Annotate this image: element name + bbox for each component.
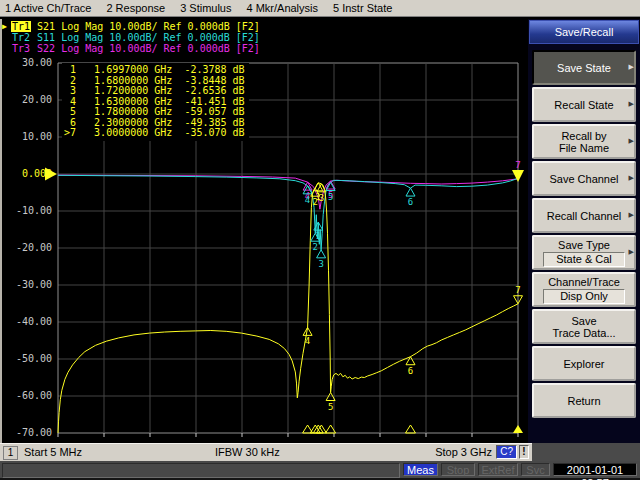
softkey-save-state[interactable]: Save State▶ bbox=[532, 50, 636, 85]
marker-6-tr2-s11-icon: 6 bbox=[406, 188, 415, 207]
warning-badge: ! bbox=[519, 445, 529, 459]
softkey-label: Recall by File Name bbox=[559, 130, 609, 154]
svg-text:4: 4 bbox=[305, 195, 310, 205]
clock-display: 2001-01-01 02:57 bbox=[553, 463, 637, 476]
stop-frequency-label: Stop 3 GHz bbox=[435, 446, 492, 458]
meas-indicator: Meas bbox=[403, 463, 438, 476]
softkey-panel: Save/Recall Save State▶Recall State▶Reca… bbox=[528, 19, 640, 443]
trace-format-label: S22 Log Mag 10.00dB/ Ref 0.000dB [F2] bbox=[31, 43, 260, 54]
extref-indicator: ExtRef bbox=[478, 463, 518, 476]
trace-definition-rows: ▶Tr1 S21 Log Mag 10.00dB/ Ref 0.000dB [F… bbox=[2, 21, 260, 54]
trace-format-label: S21 Log Mag 10.00dB/ Ref 0.000dB [F2] bbox=[31, 21, 260, 32]
softkey-save-type[interactable]: Save TypeState & Cal▶ bbox=[532, 235, 636, 270]
svg-text:6: 6 bbox=[408, 366, 413, 376]
softkey-label: Explorer bbox=[564, 358, 605, 370]
system-message-field bbox=[2, 463, 400, 478]
softkey-label: Save State bbox=[557, 62, 611, 74]
trace-def-tr1[interactable]: ▶Tr1 S21 Log Mag 10.00dB/ Ref 0.000dB [F… bbox=[2, 21, 260, 32]
softkey-label: Recall State bbox=[554, 99, 613, 111]
softkey-label: Save Channel bbox=[549, 173, 618, 185]
y-axis-label: 10.00 bbox=[0, 131, 52, 142]
softkey-button-list: Save State▶Recall State▶Recall by File N… bbox=[528, 48, 640, 420]
svg-text:3: 3 bbox=[319, 193, 324, 203]
softkey-label: Recall Channel bbox=[547, 210, 622, 222]
svg-text:2: 2 bbox=[313, 197, 318, 207]
y-axis-label: 30.00 bbox=[0, 57, 52, 68]
trace-format-label: S11 Log Mag 10.00dB/ Ref 0.000dB [F2] bbox=[31, 32, 260, 43]
stop-indicator: Stop bbox=[441, 463, 475, 476]
softkey-value-box: State & Cal bbox=[543, 252, 625, 267]
softkey-label: Return bbox=[567, 395, 600, 407]
lcd-display: 4571234561234567 ▶Tr1 S21 Log Mag 10.00d… bbox=[0, 19, 528, 443]
menu-item-3-stimulus[interactable]: 3 Stimulus bbox=[180, 2, 231, 14]
marker-table: 1 1.6997000 GHz -2.3788 dB 2 1.6800000 G… bbox=[62, 63, 249, 141]
trace-def-tr3[interactable]: Tr3 S22 Log Mag 10.00dB/ Ref 0.000dB [F2… bbox=[2, 43, 260, 54]
softkey-label: Save Trace Data... bbox=[552, 315, 615, 339]
axis-marker-icon bbox=[405, 425, 415, 433]
submenu-arrow-icon: ▶ bbox=[629, 61, 634, 73]
menu-item-4-mkr-analysis[interactable]: 4 Mkr/Analysis bbox=[246, 2, 318, 14]
svg-text:3: 3 bbox=[318, 259, 323, 269]
y-axis-label: -20.00 bbox=[0, 242, 52, 253]
svg-text:7: 7 bbox=[515, 160, 520, 170]
svc-indicator: Svc bbox=[521, 463, 550, 476]
y-axis-label: 0.000 bbox=[0, 168, 52, 179]
active-trace-arrow-icon: ▶ bbox=[2, 21, 11, 32]
svg-text:2: 2 bbox=[313, 242, 318, 252]
svg-text:5: 5 bbox=[328, 192, 333, 202]
trace-id-label: Tr2 bbox=[11, 32, 31, 43]
y-axis-label: -40.00 bbox=[0, 316, 52, 327]
submenu-arrow-icon: ▶ bbox=[629, 172, 634, 184]
submenu-arrow-icon: ▶ bbox=[629, 135, 634, 147]
submenu-arrow-icon: ▶ bbox=[629, 209, 634, 221]
y-axis-label: -10.00 bbox=[0, 205, 52, 216]
menu-item-1-active-ch-trace[interactable]: 1 Active Ch/Trace bbox=[5, 2, 91, 14]
ifbw-label: IFBW 30 kHz bbox=[215, 446, 280, 458]
y-axis-label: -60.00 bbox=[0, 390, 52, 401]
trace-id-label: Tr3 bbox=[11, 43, 31, 54]
svg-text:7: 7 bbox=[515, 285, 520, 295]
softkey-recall-state[interactable]: Recall State▶ bbox=[532, 87, 636, 122]
marker-table-row: 1 1.6997000 GHz -2.3788 dB bbox=[64, 65, 245, 76]
menu-item-2-response[interactable]: 2 Response bbox=[106, 2, 165, 14]
system-status-bar: Meas Stop ExtRef Svc 2001-01-01 02:57 bbox=[0, 461, 640, 480]
softkey-value-box: Disp Only bbox=[543, 289, 625, 304]
softkey-label: Save Type bbox=[558, 239, 610, 251]
softkey-save-channel[interactable]: Save Channel▶ bbox=[532, 161, 636, 196]
softkey-menu-title: Save/Recall bbox=[529, 20, 639, 44]
marker-table-row: 5 1.7800000 GHz -59.057 dB bbox=[64, 107, 245, 118]
y-axis-label: -70.00 bbox=[0, 427, 52, 438]
status-bar-right-filler bbox=[532, 443, 640, 461]
y-axis-labels: 30.0020.0010.000.000-10.00-20.00-30.00-4… bbox=[0, 19, 56, 443]
softkey-return[interactable]: Return bbox=[532, 383, 636, 418]
start-frequency-label: Start 5 MHz bbox=[24, 446, 82, 458]
svg-text:6: 6 bbox=[408, 197, 413, 207]
channel-number-badge: 1 bbox=[3, 446, 18, 460]
marker-table-row: 3 1.7200000 GHz -2.6536 dB bbox=[64, 86, 245, 97]
softkey-save-trace-data[interactable]: Save Trace Data... bbox=[532, 309, 636, 344]
vna-screen: 1 Active Ch/Trace2 Response3 Stimulus4 M… bbox=[0, 0, 640, 480]
submenu-arrow-icon: ▶ bbox=[629, 98, 634, 110]
menu-bar: 1 Active Ch/Trace2 Response3 Stimulus4 M… bbox=[0, 0, 640, 17]
status-bar: 1 Start 5 MHz IFBW 30 kHz Stop 3 GHz C? … bbox=[0, 443, 532, 461]
svg-text:4: 4 bbox=[305, 336, 310, 346]
marker-6-tr1-s21-icon: 6 bbox=[406, 357, 415, 376]
trace-id-label: Tr1 bbox=[11, 21, 31, 32]
softkey-recall-channel[interactable]: Recall Channel▶ bbox=[532, 198, 636, 233]
menu-item-5-instr-state[interactable]: 5 Instr State bbox=[333, 2, 392, 14]
y-axis-label: -50.00 bbox=[0, 353, 52, 364]
cal-status-badge: C? bbox=[496, 445, 517, 459]
y-axis-label: 20.00 bbox=[0, 94, 52, 105]
active-axis-marker-icon bbox=[513, 425, 523, 433]
softkey-explorer[interactable]: Explorer bbox=[532, 346, 636, 381]
y-axis-label: -30.00 bbox=[0, 279, 52, 290]
trace-def-tr2[interactable]: Tr2 S11 Log Mag 10.00dB/ Ref 0.000dB [F2… bbox=[2, 32, 260, 43]
marker-3-tr2-s11-icon: 3 bbox=[317, 250, 326, 269]
softkey-recall-by-file-name[interactable]: Recall by File Name▶ bbox=[532, 124, 636, 159]
svg-text:5: 5 bbox=[328, 402, 333, 412]
marker-table-row: >7 3.0000000 GHz -35.070 dB bbox=[64, 128, 245, 139]
softkey-label: Channel/Trace bbox=[548, 276, 620, 288]
softkey-channel-trace[interactable]: Channel/TraceDisp Only bbox=[532, 272, 636, 307]
submenu-arrow-icon: ▶ bbox=[629, 246, 634, 258]
